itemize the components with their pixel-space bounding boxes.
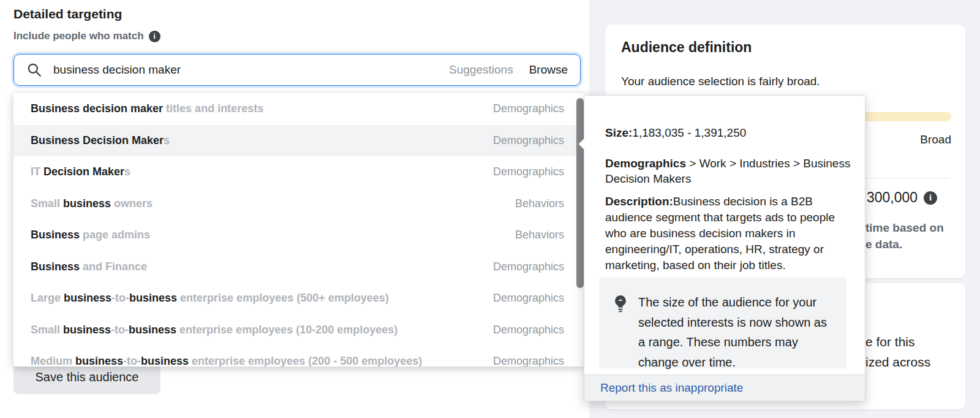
description-label: Description: bbox=[605, 195, 673, 208]
size-label: Size: bbox=[605, 126, 632, 139]
audience-definition-title: Audience definition bbox=[621, 39, 752, 56]
suggestions-button[interactable]: Suggestions bbox=[449, 63, 513, 77]
suggestion-label: Business Decision Makers bbox=[31, 134, 483, 147]
audience-status-text: Your audience selection is fairly broad. bbox=[621, 75, 820, 88]
estimate-note-text: e data. bbox=[865, 238, 902, 251]
suggestion-label: Small business owners bbox=[31, 197, 505, 210]
size-value: 1,183,035 - 1,391,250 bbox=[632, 126, 746, 139]
tooltip-description: Description:Business decision is a B2B a… bbox=[605, 194, 853, 273]
search-input[interactable]: business decision maker bbox=[53, 63, 449, 77]
suggestion-row[interactable]: Large business-to-business enterprise em… bbox=[13, 283, 585, 314]
suggestion-category: Behaviors bbox=[515, 229, 564, 241]
targeting-search-box[interactable]: business decision maker Suggestions Brow… bbox=[13, 54, 581, 86]
gauge-broad-label: Broad bbox=[859, 133, 951, 146]
suggestion-row[interactable]: IT Decision MakersDemographics bbox=[13, 156, 585, 188]
suggestion-category: Demographics bbox=[493, 355, 564, 367]
suggestion-category: Demographics bbox=[493, 260, 564, 273]
path-category: Demographics bbox=[605, 157, 686, 170]
include-people-label: Include people who match i bbox=[13, 30, 160, 42]
suggestion-category: Behaviors bbox=[515, 197, 564, 210]
suggestions-list: Business decision maker titles and inter… bbox=[13, 93, 585, 367]
estimate-value: 300,000 bbox=[867, 189, 918, 206]
estimated-audience-size: 300,000 i bbox=[867, 189, 937, 206]
audience-range-tip-box: The size of the audience for your select… bbox=[599, 278, 846, 368]
browse-button[interactable]: Browse bbox=[529, 63, 568, 77]
search-icon bbox=[26, 62, 42, 78]
suggestion-category: Demographics bbox=[493, 102, 564, 115]
secondary-card-text: ized across bbox=[865, 355, 930, 370]
suggestion-row[interactable]: Medium business-to-business enterprise e… bbox=[13, 346, 585, 367]
report-inappropriate-link[interactable]: Report this as inappropriate bbox=[600, 381, 743, 395]
tooltip-category-path: Demographics > Work > Industries > Busin… bbox=[605, 156, 851, 186]
suggestion-row[interactable]: Business and FinanceDemographics bbox=[13, 251, 585, 283]
suggestion-category: Demographics bbox=[493, 134, 564, 147]
page-title: Detailed targeting bbox=[13, 7, 122, 21]
secondary-card-text: e for this bbox=[865, 335, 915, 349]
suggestion-row[interactable]: Business decision maker titles and inter… bbox=[13, 93, 585, 125]
estimate-note-text: time based on bbox=[865, 221, 944, 235]
suggestion-label: Business and Finance bbox=[31, 260, 483, 273]
suggestion-category: Demographics bbox=[493, 292, 564, 305]
include-info-icon[interactable]: i bbox=[149, 31, 160, 42]
audience-detail-tooltip: Size:1,183,035 - 1,391,250 Demographics … bbox=[584, 95, 865, 401]
suggestion-label: IT Decision Makers bbox=[31, 165, 483, 178]
suggestion-label: Business decision maker titles and inter… bbox=[31, 102, 483, 115]
detailed-targeting-screen: Audience definition Your audience select… bbox=[0, 0, 980, 418]
suggestion-label: Business page admins bbox=[31, 229, 505, 241]
suggestion-label: Small business-to-business enterprise em… bbox=[31, 324, 483, 336]
tip-text: The size of the audience for your select… bbox=[638, 292, 835, 368]
suggestion-category: Demographics bbox=[493, 324, 564, 336]
suggestion-label: Large business-to-business enterprise em… bbox=[31, 292, 483, 305]
suggestion-row[interactable]: Business page adminsBehaviors bbox=[13, 219, 585, 251]
estimate-info-icon[interactable]: i bbox=[924, 191, 937, 205]
include-people-text: Include people who match bbox=[13, 30, 144, 42]
suggestion-row[interactable]: Small business ownersBehaviors bbox=[13, 188, 585, 220]
suggestion-category: Demographics bbox=[493, 165, 564, 178]
suggestion-row[interactable]: Business Decision MakersDemographics bbox=[13, 125, 585, 157]
suggestion-row[interactable]: Small business-to-business enterprise em… bbox=[13, 314, 585, 346]
suggestion-label: Medium business-to-business enterprise e… bbox=[31, 355, 483, 367]
lightbulb-icon bbox=[612, 295, 628, 313]
dropdown-scrollbar[interactable] bbox=[576, 98, 584, 288]
tooltip-size-line: Size:1,183,035 - 1,391,250 bbox=[605, 126, 746, 140]
tooltip-footer: Report this as inappropriate bbox=[584, 374, 865, 401]
